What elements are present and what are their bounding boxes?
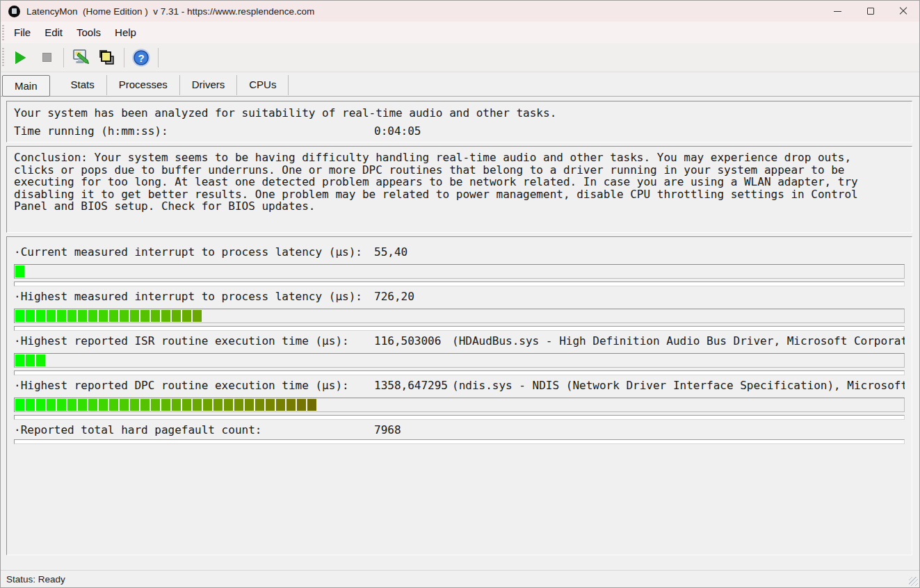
- menu-tools[interactable]: Tools: [70, 24, 108, 41]
- measurement-extra: (ndis.sys - NDIS (Network Driver Interfa…: [452, 379, 905, 392]
- measurement-row-pagefaults: ·Reported total hard pagefault count:796…: [14, 424, 905, 444]
- measurement-value: 1358,647295: [374, 379, 451, 392]
- stop-monitor-button[interactable]: [34, 46, 59, 70]
- measurement-value: 7968: [374, 424, 451, 436]
- tab-label: CPUs: [249, 79, 276, 90]
- maximize-icon: [867, 8, 874, 15]
- start-monitor-button[interactable]: [8, 46, 33, 70]
- toolbar-separator: [63, 48, 64, 67]
- toolbar-gripper: [2, 48, 4, 67]
- measurement-row-dpc-time: ·Highest reported DPC routine execution …: [14, 379, 905, 420]
- measurement-label: ·Highest reported ISR routine execution …: [14, 335, 374, 348]
- menu-file[interactable]: File: [7, 24, 38, 41]
- measurement-row-isr-time: ·Highest reported ISR routine execution …: [14, 335, 905, 375]
- minimize-icon: [834, 11, 841, 12]
- close-button[interactable]: [887, 1, 919, 22]
- measurement-label: ·Highest reported DPC routine execution …: [14, 379, 374, 392]
- tab-stats[interactable]: Stats: [59, 75, 107, 95]
- conclusion-text: Conclusion: Your system seems to be havi…: [14, 152, 894, 213]
- measurement-label: ·Highest measured interrupt to process l…: [14, 291, 374, 303]
- tab-label: Stats: [71, 79, 95, 90]
- measurement-value: 55,40: [374, 246, 451, 259]
- menu-help[interactable]: Help: [108, 24, 143, 41]
- stacked-squares-icon: [98, 49, 116, 67]
- statusbar: Status: Ready: [1, 570, 919, 587]
- app-icon-glyph: [12, 8, 17, 14]
- menu-edit[interactable]: Edit: [38, 24, 70, 41]
- measurement-label: ·Reported total hard pagefault count:: [14, 424, 374, 436]
- measurement-value: 116,503006: [374, 335, 451, 348]
- analysis-panel: Your system has been analyzed for suitab…: [6, 101, 912, 142]
- latency-bar: [14, 398, 905, 412]
- app-icon: [8, 6, 20, 17]
- stop-icon: [42, 53, 51, 62]
- time-running-line: Time running (h:mm:ss):0:04:05: [14, 122, 905, 140]
- toolbar-separator: [158, 48, 159, 67]
- monitor-pencil-icon: [72, 48, 90, 67]
- analysis-text: Your system has been analyzed for suitab…: [14, 104, 905, 122]
- help-button[interactable]: ?: [129, 46, 154, 70]
- maximize-button[interactable]: [854, 1, 887, 22]
- minimize-button[interactable]: [821, 1, 854, 22]
- latency-bar: [14, 309, 905, 323]
- close-icon: [899, 7, 907, 15]
- progress-track: [14, 415, 905, 420]
- progress-track: [14, 370, 905, 375]
- tab-drivers[interactable]: Drivers: [180, 75, 238, 95]
- menubar-gripper: [2, 25, 4, 40]
- tab-processes[interactable]: Processes: [107, 75, 180, 95]
- measurement-extra: (HDAudBus.sys - High Definition Audio Bu…: [452, 335, 905, 348]
- conclusion-panel: Conclusion: Your system seems to be havi…: [6, 146, 912, 233]
- main-content: Your system has been analyzed for suitab…: [1, 97, 919, 570]
- svg-text:?: ?: [138, 51, 144, 63]
- tabstrip: Main Stats Processes Drivers CPUs: [1, 72, 919, 97]
- time-running-value: 0:04:05: [374, 124, 421, 138]
- tab-label: Drivers: [192, 79, 225, 90]
- measurement-row-highest-latency: ·Highest measured interrupt to process l…: [14, 291, 905, 331]
- measurements-panel: ·Current measured interrupt to process l…: [6, 236, 912, 555]
- tab-main[interactable]: Main: [2, 75, 50, 97]
- latency-bar: [14, 264, 905, 279]
- window-controls: [821, 1, 919, 22]
- tab-label: Main: [15, 80, 38, 92]
- status-text: Status: Ready: [6, 574, 65, 585]
- latencymon-window: LatencyMon (Home Edition ) v 7.31 - http…: [0, 0, 920, 588]
- titlebar: LatencyMon (Home Edition ) v 7.31 - http…: [1, 1, 919, 22]
- time-running-label: Time running (h:mm:ss):: [14, 122, 374, 140]
- menubar: File Edit Tools Help: [1, 22, 919, 43]
- report-view-button[interactable]: [95, 46, 120, 70]
- toolbar: ?: [1, 43, 919, 72]
- progress-track: [14, 281, 905, 286]
- measurement-value: 726,20: [374, 291, 451, 303]
- play-icon: [15, 51, 26, 64]
- help-icon: ?: [131, 48, 151, 67]
- latency-bar: [14, 353, 905, 368]
- progress-track: [14, 439, 905, 444]
- toolbar-separator: [124, 48, 124, 67]
- tab-cpus[interactable]: CPUs: [237, 75, 289, 95]
- progress-track: [14, 326, 905, 331]
- measurement-label: ·Current measured interrupt to process l…: [14, 246, 374, 259]
- options-button[interactable]: [68, 46, 93, 70]
- measurement-row-current-latency: ·Current measured interrupt to process l…: [14, 246, 905, 286]
- window-title: LatencyMon (Home Edition ) v 7.31 - http…: [26, 6, 314, 17]
- tab-label: Processes: [119, 79, 168, 90]
- resize-grip[interactable]: [909, 577, 918, 586]
